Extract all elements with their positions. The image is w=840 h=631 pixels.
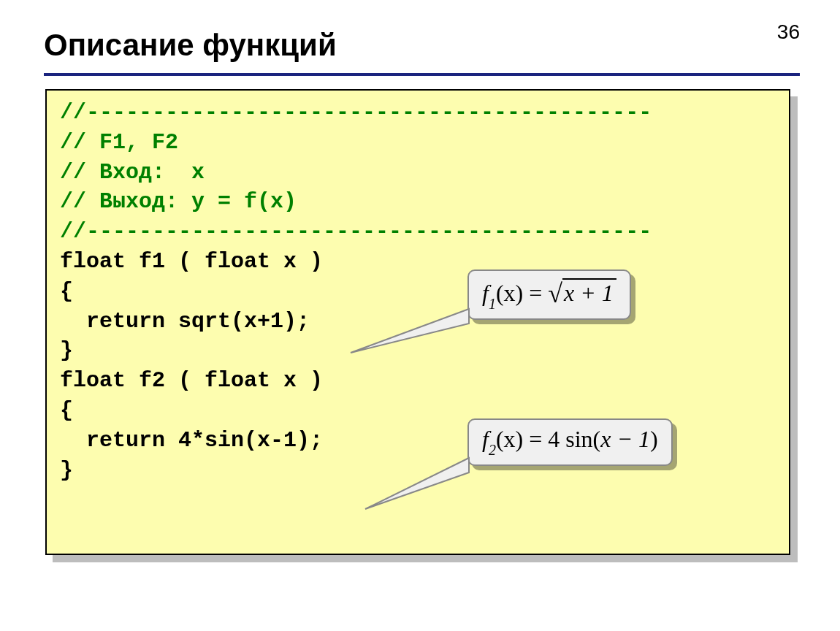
code-line: float f2 ( float x ) xyxy=(60,368,323,393)
formula-callout-1: f1(x) = √x + 1 xyxy=(467,269,631,320)
code-line: float f1 ( float x ) xyxy=(60,249,323,274)
code-line: } xyxy=(60,458,73,483)
code-line: } xyxy=(60,338,73,363)
code-comment-line: // F1, F2 xyxy=(60,130,178,155)
title-underline xyxy=(44,73,800,76)
code-line: { xyxy=(60,279,73,304)
code-comment-line: //--------------------------------------… xyxy=(60,219,652,244)
code-comment-line: // Выход: y = f(x) xyxy=(60,189,297,214)
code-line: { xyxy=(60,398,73,423)
formula-callout-2: f2(x) = 4 sin(x − 1) xyxy=(467,418,673,466)
code-comment-line: // Вход: x xyxy=(60,160,205,185)
slide-title: Описание функций xyxy=(44,28,337,63)
code-line: return 4*sin(x-1); xyxy=(60,428,323,453)
page-number: 36 xyxy=(777,20,800,44)
code-line: return sqrt(x+1); xyxy=(60,309,310,334)
slide: 36 Описание функций //------------------… xyxy=(0,0,840,631)
callout-pointer-icon xyxy=(467,440,592,513)
code-comment-line: //--------------------------------------… xyxy=(60,100,652,125)
